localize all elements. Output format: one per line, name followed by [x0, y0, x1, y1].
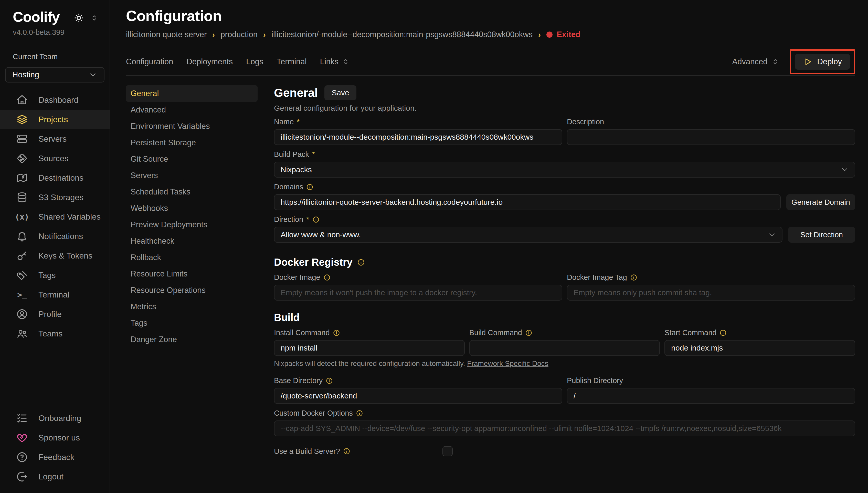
info-icon[interactable]: [719, 329, 727, 337]
sidebar-item-profile[interactable]: Profile: [0, 304, 110, 324]
config-menu-item-resource-limits[interactable]: Resource Limits: [126, 266, 257, 282]
publish-directory-input[interactable]: [567, 388, 855, 404]
publish-directory-field-group: Publish Directory: [567, 377, 855, 404]
config-menu-item-danger-zone[interactable]: Danger Zone: [126, 331, 257, 348]
breadcrumb-environment[interactable]: production: [221, 30, 257, 39]
build-command-input[interactable]: [469, 340, 660, 356]
tab-logs[interactable]: Logs: [246, 57, 263, 66]
sidebar-item-projects[interactable]: Projects: [0, 110, 110, 129]
sidebar-item-teams[interactable]: Teams: [0, 324, 110, 343]
label-text: Docker Image Tag: [567, 273, 627, 282]
info-icon[interactable]: [343, 448, 350, 455]
docker-image-input[interactable]: [274, 285, 562, 301]
info-icon[interactable]: [333, 329, 340, 337]
domains-input[interactable]: [274, 194, 781, 210]
config-menu-item-metrics[interactable]: Metrics: [126, 299, 257, 315]
config-item-label: Preview Deployments: [131, 220, 207, 229]
info-icon[interactable]: [525, 329, 532, 337]
sidebar-item-onboarding[interactable]: Onboarding: [0, 408, 110, 428]
info-icon[interactable]: [312, 216, 320, 223]
info-icon[interactable]: [326, 377, 333, 384]
config-menu-item-preview-deployments[interactable]: Preview Deployments: [126, 216, 257, 233]
description-field-group: Description: [567, 117, 855, 145]
sidebar-item-label: Terminal: [39, 290, 69, 300]
custom-docker-options-input[interactable]: [274, 421, 855, 436]
required-marker: *: [306, 215, 309, 224]
info-icon[interactable]: [356, 410, 363, 417]
breadcrumb-application[interactable]: illicitestonion/-module--decomposition:m…: [271, 30, 532, 39]
breadcrumb: illicitonion quote server › production ›…: [126, 30, 855, 39]
sun-icon[interactable]: [74, 13, 84, 23]
deploy-label: Deploy: [817, 57, 842, 66]
deploy-button[interactable]: Deploy: [795, 54, 850, 70]
tab-deployments[interactable]: Deployments: [186, 57, 233, 66]
tab-terminal[interactable]: Terminal: [277, 57, 307, 66]
breadcrumb-project[interactable]: illicitonion quote server: [126, 30, 207, 39]
config-menu-item-advanced[interactable]: Advanced: [126, 102, 257, 118]
config-item-label: Webhooks: [131, 204, 168, 213]
direction-label: Direction *: [274, 215, 855, 224]
logo-block: Coolify v4.0.0-beta.399: [13, 9, 65, 37]
info-icon[interactable]: [630, 274, 637, 281]
sidebar-item-keys-tokens[interactable]: Keys & Tokens: [0, 246, 110, 265]
generate-domain-button[interactable]: Generate Domain: [786, 194, 855, 210]
config-menu-item-rollback[interactable]: Rollback: [126, 249, 257, 266]
sidebar-item-destinations[interactable]: Destinations: [0, 168, 110, 188]
info-icon[interactable]: [323, 274, 330, 281]
sidebar-item-tags[interactable]: Tags: [0, 265, 110, 285]
sidebar-item-terminal[interactable]: >_ Terminal: [0, 285, 110, 304]
sidebar-item-sponsor[interactable]: Sponsor us: [0, 428, 110, 447]
save-button[interactable]: Save: [324, 85, 356, 100]
docker-image-tag-input[interactable]: [567, 285, 855, 301]
sidebar-item-feedback[interactable]: Feedback: [0, 447, 110, 467]
install-command-input[interactable]: [274, 340, 465, 356]
app-logo[interactable]: Coolify: [13, 9, 65, 25]
config-menu-item-healthcheck[interactable]: Healthcheck: [126, 233, 257, 249]
main-content: Configuration illicitonion quote server …: [110, 0, 868, 493]
sidebar-item-dashboard[interactable]: Dashboard: [0, 90, 110, 110]
base-directory-input[interactable]: [274, 388, 562, 404]
sidebar-footer-nav: Onboarding Sponsor us Feedback: [0, 408, 110, 486]
info-icon[interactable]: [357, 259, 365, 266]
sidebar-item-notifications[interactable]: Notifications: [0, 227, 110, 246]
config-menu-item-git-source[interactable]: Git Source: [126, 151, 257, 167]
selector-icon: [342, 58, 350, 66]
config-menu-item-servers[interactable]: Servers: [126, 167, 257, 184]
tab-configuration[interactable]: Configuration: [126, 57, 173, 66]
sidebar: Coolify v4.0.0-beta.399 Current Team: [0, 0, 110, 493]
set-direction-button[interactable]: Set Direction: [788, 227, 855, 243]
sidebar-item-logout[interactable]: Logout: [0, 467, 110, 486]
tab-links[interactable]: Links: [320, 57, 350, 66]
use-build-server-checkbox[interactable]: [442, 446, 453, 456]
config-menu-item-webhooks[interactable]: Webhooks: [126, 200, 257, 216]
sidebar-item-label: Profile: [39, 309, 62, 319]
info-icon[interactable]: [306, 184, 313, 191]
config-menu-item-general[interactable]: General: [126, 85, 257, 102]
sidebar-item-label: Projects: [39, 115, 68, 124]
users-icon: [16, 327, 28, 340]
team-select[interactable]: Hosting: [5, 67, 105, 83]
config-menu-item-resource-operations[interactable]: Resource Operations: [126, 282, 257, 299]
config-menu-item-environment-variables[interactable]: Environment Variables: [126, 118, 257, 134]
description-input[interactable]: [567, 129, 855, 145]
sidebar-item-shared-variables[interactable]: (x) Shared Variables: [0, 207, 110, 227]
sidebar-item-servers[interactable]: Servers: [0, 129, 110, 149]
framework-docs-link[interactable]: Framework Specific Docs: [467, 360, 548, 367]
status-label: Exited: [557, 30, 580, 39]
direction-select[interactable]: Allow www & non-www.: [274, 227, 782, 243]
tab-label: Configuration: [126, 57, 173, 66]
config-menu-item-scheduled-tasks[interactable]: Scheduled Tasks: [126, 184, 257, 200]
sidebar-item-sources[interactable]: Sources: [0, 149, 110, 168]
start-command-input[interactable]: [664, 340, 855, 356]
advanced-selector[interactable]: Advanced: [732, 57, 779, 66]
git-source-icon: [16, 152, 28, 165]
sidebar-item-s3-storages[interactable]: S3 Storages: [0, 188, 110, 207]
configuration-content: General Advanced Environment Variables P…: [126, 85, 855, 493]
build-pack-select[interactable]: Nixpacks: [274, 162, 855, 177]
theme-selector-icon[interactable]: [90, 14, 98, 22]
config-menu-item-tags[interactable]: Tags: [126, 315, 257, 331]
label-text: Direction: [274, 215, 303, 224]
name-input[interactable]: [274, 129, 562, 145]
config-menu-item-persistent-storage[interactable]: Persistent Storage: [126, 134, 257, 151]
tab-label: Logs: [246, 57, 263, 66]
